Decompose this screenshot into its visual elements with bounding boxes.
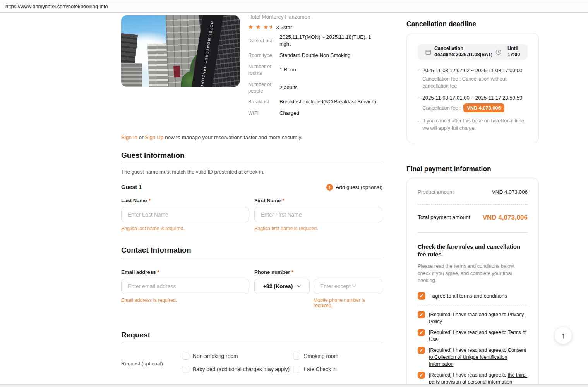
section-divider [121, 344, 382, 344]
detail-value: Breakfast excluded(NO Breakfast Service) [279, 98, 382, 105]
hotel-summary: HOTEL MONTEREY HANZOMON Hotel Monterey H… [121, 14, 382, 117]
required-asterisk: * [282, 198, 284, 203]
detail-label: Date of use [248, 37, 279, 44]
guest-info-title: Guest Information [121, 151, 382, 160]
checkbox-checked-icon[interactable]: ✓ [418, 329, 425, 336]
booking-sidebar: Cancellation deadline Cancellation deadl… [406, 20, 539, 387]
term-checkbox-privacy-policy[interactable]: ✓ [Required] I have read and agree to Pr… [418, 311, 528, 325]
detail-label: WIFI [248, 110, 279, 116]
product-amount-value: VND 4,073,006 [492, 189, 528, 195]
hotel-photo: HOTEL MONTEREY HANZOMON [121, 15, 240, 87]
solid-divider [418, 232, 528, 233]
last-name-field-group: Last Name* English last name is required… [121, 198, 249, 231]
rule-date-range: 2025-11-08 17:01:00 ~ 2025-11-17 23:59:5… [422, 95, 522, 101]
email-error: Email address is required. [121, 298, 249, 303]
required-asterisk: * [149, 198, 151, 203]
half-star-icon: ★ [269, 24, 274, 31]
add-guest-button[interactable]: + Add guest (optional) [326, 184, 382, 191]
country-code-value: +82 (Korea) [263, 283, 293, 289]
full-charge-note: If you cancel after this base on hotel l… [422, 117, 528, 132]
payment-title: Final payment information [406, 165, 539, 173]
first-name-field-group: First Name* English first name is requir… [254, 198, 382, 231]
booking-main-column: HOTEL MONTEREY HANZOMON Hotel Monterey H… [121, 14, 382, 387]
last-name-input[interactable] [121, 207, 249, 222]
deadline-until-text: Until 17:00 [507, 46, 520, 58]
section-divider [121, 259, 382, 259]
hotel-detail-rows: Date of use 2025.11.17(MON) ~ 2025.11.18… [248, 34, 382, 117]
detail-label: Number of rooms [248, 63, 279, 77]
checkbox-unchecked-icon[interactable] [293, 353, 300, 360]
checkbox-late-check-in[interactable]: Late Check in [293, 366, 382, 373]
sign-in-link[interactable]: Sign In [121, 134, 137, 140]
hotel-sign-text: HOTEL MONTEREY HANZOMON [199, 21, 214, 87]
checkbox-non-smoking-room[interactable]: Non-smoking room [182, 353, 293, 360]
booking-page: https://www.ohmyhotel.com/hotel/booking-… [0, 0, 588, 387]
checkbox-checked-icon[interactable]: ✓ [418, 311, 425, 318]
term-checkbox-terms-of-use[interactable]: ✓ [Required] I have read and agree to Te… [418, 329, 528, 343]
detail-value: 1 Room [279, 66, 382, 73]
term-checkbox-third-party[interactable]: ✓ [Required] I have read and agree to th… [418, 372, 528, 385]
fare-rules-desc: Please read the terms and conditions bel… [418, 263, 528, 284]
guest-id-note: The guest name must match the valid ID p… [121, 169, 382, 175]
first-name-input[interactable] [254, 207, 382, 222]
cancellation-rule-item: - If you cancel after this base on hotel… [418, 117, 528, 132]
request-optional-label: Request (optional) [121, 353, 182, 373]
checkbox-checked-icon[interactable]: ✓ [418, 292, 425, 300]
page-url[interactable]: https://www.ohmyhotel.com/hotel/booking-… [5, 3, 108, 9]
agree-all-checkbox[interactable]: ✓ I agree to all terms and conditions [418, 292, 528, 300]
rule-fee-text: Cancellation fee : Cancellation without … [422, 76, 528, 89]
term-checkbox-unique-id-consent[interactable]: ✓ [Required] I have read and agree to Co… [418, 347, 528, 368]
cancellation-title: Cancellation deadline [406, 20, 539, 28]
first-name-error: English first name is required. [254, 226, 382, 231]
detail-label: Room type [248, 52, 279, 58]
deadline-date-text: Cancellation deadline:2025.11.08(SAT) [434, 46, 495, 58]
agree-all-label: I agree to all terms and conditions [429, 293, 507, 299]
plus-icon: + [326, 184, 333, 191]
contact-info-title: Contact Information [121, 246, 382, 255]
detail-value: 2025.11.17(MON) ~ 2025.11.18(TUE), 1 nig… [279, 34, 382, 48]
hotel-flag [173, 66, 180, 78]
email-input[interactable] [121, 279, 249, 294]
sign-up-link[interactable]: Sign Up [145, 134, 164, 140]
detail-label: Number of people [248, 81, 279, 95]
phone-number-input[interactable] [314, 279, 382, 294]
browser-url-bar[interactable]: https://www.ohmyhotel.com/hotel/booking-… [0, 0, 588, 13]
detail-label: Breakfast [248, 98, 279, 105]
checkbox-unchecked-icon[interactable] [293, 366, 300, 373]
last-name-error: English last name is required. [121, 226, 249, 231]
dashed-divider [418, 204, 528, 205]
arrow-up-icon: ↑ [561, 331, 566, 340]
phone-error: Mobile phone number is required. [314, 298, 382, 308]
detail-value: Charged [279, 110, 382, 117]
cancellation-rule-item: - 2025-11-03 12:07:02 ~ 2025-11-08 17:00… [418, 67, 528, 89]
checkbox-checked-icon[interactable]: ✓ [418, 347, 425, 354]
rule-date-range: 2025-11-03 12:07:02 ~ 2025-11-08 17:00:0… [422, 67, 528, 74]
checkbox-smoking-room[interactable]: Smoking room [293, 353, 382, 360]
required-asterisk: * [291, 269, 293, 275]
email-field-group: Email address* Email address is required… [121, 269, 249, 308]
option-label: Baby bed (additional charges may apply) [193, 366, 290, 372]
first-name-label: First Name* [254, 198, 382, 203]
option-label: Smoking room [304, 353, 338, 359]
building-shape [121, 63, 142, 87]
option-label: Non-smoking room [193, 353, 238, 359]
detail-value: 2 adults [279, 84, 382, 91]
checkbox-baby-bed[interactable]: Baby bed (additional charges may apply) [182, 366, 293, 373]
required-asterisk: * [157, 269, 159, 275]
scroll-to-top-button[interactable]: ↑ [555, 327, 572, 344]
dashed-divider [418, 306, 528, 306]
checkbox-checked-icon[interactable]: ✓ [418, 372, 425, 379]
guest-1-label: Guest 1 [121, 184, 142, 190]
clock-icon [495, 49, 501, 55]
rating-text: 3.5star [276, 24, 292, 30]
deadline-summary-bar: Cancellation deadline:2025.11.08(SAT) Un… [418, 44, 528, 60]
checkbox-unchecked-icon[interactable] [182, 366, 189, 373]
detail-value: Standard Double Non Smoking [279, 52, 382, 59]
checkbox-unchecked-icon[interactable] [182, 353, 189, 360]
fare-rules-title: Check the fare rules and cancellation fe… [418, 243, 528, 259]
last-name-label: Last Name* [121, 198, 249, 203]
phone-field-group: Phone number* +82 (Korea) Mobile phone n… [254, 269, 382, 308]
country-code-select[interactable]: +82 (Korea) [254, 279, 310, 294]
rule-fee-prefix: Cancellation fee : [422, 105, 461, 112]
star-icon: ★ ★ ★ [248, 24, 269, 31]
